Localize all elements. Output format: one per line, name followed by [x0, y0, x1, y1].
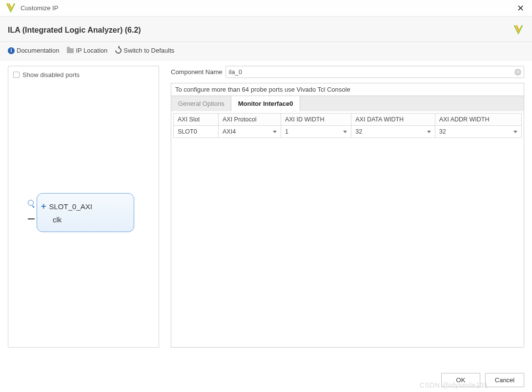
block-diagram[interactable]: + SLOT_0_AXI clk	[37, 193, 134, 232]
dialog-footer: OK Cancel	[441, 373, 524, 387]
port-label: SLOT_0_AXI	[49, 202, 92, 211]
table-header-row: AXI Slot AXI Protocol AXI ID WIDTH AXI D…	[174, 114, 522, 126]
vivado-logo-icon	[512, 23, 524, 37]
main-area: Show disabled ports + SLOT_0_AXI clk Com…	[0, 61, 532, 353]
checkbox-icon	[13, 72, 20, 78]
chevron-down-icon	[343, 131, 347, 133]
expand-icon[interactable]: +	[41, 201, 46, 212]
id-width-value: 1	[285, 128, 288, 135]
cell-id-width[interactable]: 1	[281, 126, 351, 138]
chevron-down-icon	[273, 131, 277, 133]
cell-addr-width[interactable]: 32	[435, 126, 521, 138]
ip-location-label: IP Location	[76, 47, 107, 54]
chevron-down-icon	[427, 131, 431, 133]
ip-block: + SLOT_0_AXI clk	[37, 193, 134, 232]
info-icon: i	[8, 47, 15, 54]
ports-panel: Show disabled ports + SLOT_0_AXI clk	[8, 66, 159, 348]
window-title: Customize IP	[20, 4, 58, 12]
tab-content: AXI Slot AXI Protocol AXI ID WIDTH AXI D…	[171, 111, 524, 348]
toolbar: i Documentation IP Location Switch to De…	[0, 42, 532, 61]
header: ILA (Integrated Logic Analyzer) (6.2)	[0, 17, 532, 42]
cancel-button[interactable]: Cancel	[485, 373, 524, 387]
port-slot0-axi[interactable]: + SLOT_0_AXI	[41, 199, 129, 214]
port-label: clk	[53, 216, 61, 224]
titlebar: Customize IP ✕	[0, 0, 532, 17]
app-icon	[5, 1, 17, 15]
port-clk[interactable]: clk	[41, 214, 129, 226]
data-width-value: 32	[355, 128, 362, 135]
protocol-value: AXI4	[223, 128, 236, 135]
cell-data-width[interactable]: 32	[351, 126, 435, 138]
cell-protocol[interactable]: AXI4	[218, 126, 281, 138]
col-axi-addr-width: AXI ADDR WIDTH	[435, 114, 521, 126]
component-name-row: Component Name ✕	[171, 66, 524, 78]
table-row: SLOT0 AXI4 1 32 32	[174, 126, 522, 138]
col-axi-data-width: AXI DATA WIDTH	[351, 114, 435, 126]
col-axi-slot: AXI Slot	[174, 114, 219, 126]
config-panel: Component Name ✕ To configure more than …	[171, 66, 524, 348]
folder-icon	[67, 48, 74, 53]
info-bar: To configure more than 64 probe ports us…	[171, 83, 524, 96]
tab-general-options[interactable]: General Options	[171, 96, 231, 111]
chevron-down-icon	[513, 131, 517, 133]
zoom-icon	[28, 200, 34, 206]
show-disabled-label: Show disabled ports	[22, 71, 80, 78]
ok-button[interactable]: OK	[441, 373, 480, 387]
addr-width-value: 32	[439, 128, 446, 135]
documentation-label: Documentation	[17, 47, 59, 54]
cell-slot: SLOT0	[174, 126, 219, 138]
component-name-input[interactable]	[225, 66, 525, 78]
component-name-label: Component Name	[171, 68, 223, 76]
tab-monitor-interface0[interactable]: Monitor Interface0	[231, 96, 301, 111]
col-axi-id-width: AXI ID WIDTH	[281, 114, 351, 126]
documentation-link[interactable]: i Documentation	[8, 47, 59, 54]
switch-defaults-link[interactable]: Switch to Defaults	[115, 47, 174, 54]
clk-pin-icon	[28, 218, 35, 219]
show-disabled-ports-checkbox[interactable]: Show disabled ports	[13, 71, 154, 78]
clear-icon[interactable]: ✕	[514, 69, 521, 76]
close-icon[interactable]: ✕	[514, 3, 527, 14]
switch-defaults-label: Switch to Defaults	[123, 47, 174, 54]
refresh-icon	[114, 46, 123, 55]
col-axi-protocol: AXI Protocol	[218, 114, 281, 126]
page-title: ILA (Integrated Logic Analyzer) (6.2)	[8, 26, 141, 35]
ip-location-link[interactable]: IP Location	[67, 47, 107, 54]
tab-strip: General Options Monitor Interface0	[171, 96, 524, 111]
axi-table: AXI Slot AXI Protocol AXI ID WIDTH AXI D…	[173, 113, 522, 138]
